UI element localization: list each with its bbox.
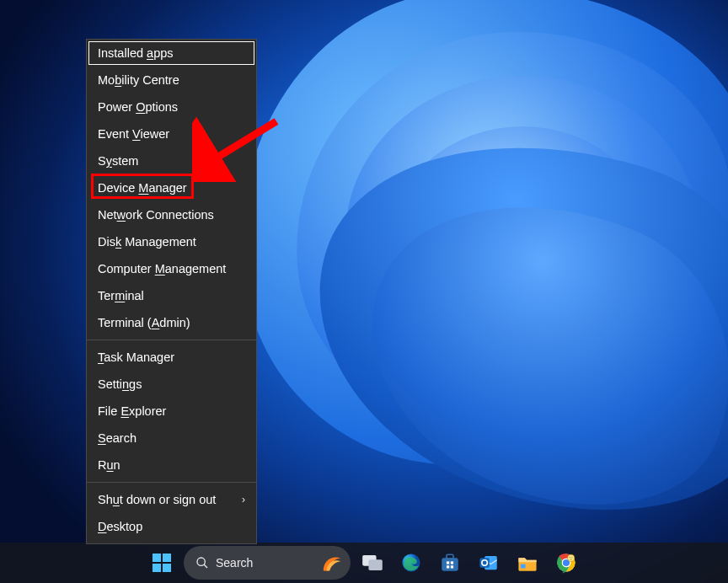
menu-item-label: Search <box>98 425 136 452</box>
menu-item-desktop[interactable]: Desktop <box>87 513 256 540</box>
menu-item-label: Task Manager <box>98 344 174 371</box>
svg-point-1 <box>197 558 205 565</box>
menu-item-label: Shut down or sign out <box>98 486 216 513</box>
search-highlight-icon <box>320 550 345 575</box>
svg-point-21 <box>571 557 572 558</box>
menu-item-label: Power Options <box>98 94 178 120</box>
windows-logo-icon <box>153 554 171 572</box>
chevron-right-icon: › <box>242 486 245 513</box>
menu-item-network-connections[interactable]: Network Connections <box>87 201 256 228</box>
svg-rect-8 <box>447 561 449 564</box>
menu-item-power-options[interactable]: Power Options <box>87 94 256 120</box>
svg-rect-6 <box>442 558 458 570</box>
menu-item-settings[interactable]: Settings <box>87 371 256 398</box>
menu-item-event-viewer[interactable]: Event Viewer <box>87 120 256 147</box>
edge-icon <box>400 552 422 574</box>
menu-item-label: Event Viewer <box>98 120 169 147</box>
menu-item-device-manager[interactable]: Device Manager <box>87 174 256 201</box>
menu-item-label: Settings <box>98 371 142 398</box>
svg-point-19 <box>568 554 575 561</box>
menu-item-terminal[interactable]: Terminal <box>87 282 256 309</box>
menu-item-label: System <box>98 147 138 174</box>
svg-rect-11 <box>451 565 453 568</box>
outlook-icon <box>478 552 500 574</box>
start-button[interactable] <box>145 546 179 580</box>
svg-rect-4 <box>368 559 382 570</box>
edge-button[interactable] <box>394 546 428 580</box>
menu-item-run[interactable]: Run <box>87 452 256 479</box>
winx-context-menu: Installed appsMobility CentrePower Optio… <box>86 39 257 544</box>
chrome-button[interactable] <box>549 546 583 580</box>
menu-item-label: Terminal (Admin) <box>98 309 190 336</box>
search-icon <box>195 556 209 570</box>
menu-item-file-explorer[interactable]: File Explorer <box>87 398 256 425</box>
task-view-button[interactable] <box>356 546 389 580</box>
search-placeholder: Search <box>216 556 253 570</box>
svg-rect-15 <box>521 564 526 569</box>
svg-rect-10 <box>447 565 449 568</box>
menu-item-search[interactable]: Search <box>87 425 256 452</box>
menu-item-terminal-admin[interactable]: Terminal (Admin) <box>87 309 256 336</box>
menu-item-label: Desktop <box>98 513 142 540</box>
menu-item-label: Network Connections <box>98 201 214 228</box>
svg-rect-9 <box>451 561 453 564</box>
task-view-icon <box>361 554 383 571</box>
menu-item-label: Device Manager <box>98 174 187 201</box>
store-icon <box>439 552 461 574</box>
menu-item-system[interactable]: System <box>87 147 256 174</box>
menu-item-mobility-centre[interactable]: Mobility Centre <box>87 67 256 94</box>
menu-item-computer-management[interactable]: Computer Management <box>87 255 256 282</box>
svg-point-20 <box>570 557 570 558</box>
svg-line-2 <box>204 564 207 568</box>
taskbar-search[interactable]: Search <box>184 546 351 580</box>
menu-item-installed-apps[interactable]: Installed apps <box>87 40 256 67</box>
file-explorer-button[interactable] <box>511 546 544 580</box>
outlook-button[interactable] <box>472 546 506 580</box>
menu-item-label: Run <box>98 452 120 479</box>
menu-item-disk-management[interactable]: Disk Management <box>87 228 256 255</box>
microsoft-store-button[interactable] <box>433 546 467 580</box>
taskbar: Search <box>0 543 728 583</box>
menu-item-shut-down-or-sign-out[interactable]: Shut down or sign out› <box>87 486 256 513</box>
menu-item-label: File Explorer <box>98 398 166 425</box>
menu-item-label: Installed apps <box>98 40 174 67</box>
menu-separator <box>87 340 256 340</box>
menu-item-label: Disk Management <box>98 228 196 255</box>
menu-item-task-manager[interactable]: Task Manager <box>87 344 256 371</box>
menu-item-label: Terminal <box>98 282 144 309</box>
chrome-icon <box>555 552 577 574</box>
menu-item-label: Computer Management <box>98 255 226 282</box>
menu-item-label: Mobility Centre <box>98 67 179 94</box>
svg-rect-7 <box>447 554 453 559</box>
folder-icon <box>517 552 538 574</box>
menu-separator <box>87 482 256 483</box>
